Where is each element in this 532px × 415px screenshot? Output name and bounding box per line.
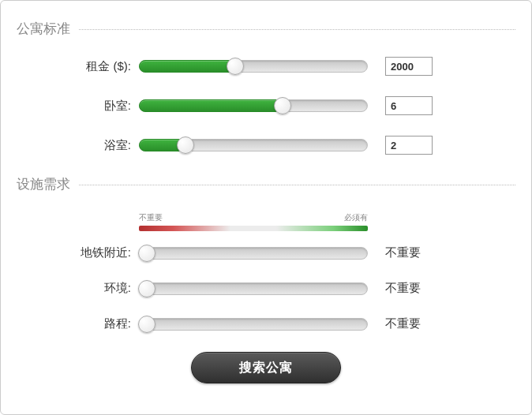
bedrooms-row: 卧室: 6	[17, 96, 515, 115]
env-label: 环境:	[17, 281, 139, 296]
subway-label: 地铁附近:	[17, 245, 139, 260]
rent-label: 租金 ($):	[17, 59, 139, 74]
rent-slider[interactable]	[139, 60, 368, 73]
baths-label: 浴室:	[17, 138, 139, 153]
commute-value: 不重要	[385, 316, 448, 331]
subway-value: 不重要	[385, 245, 448, 260]
subway-row: 地铁附近: 不重要	[17, 245, 515, 260]
bedrooms-input[interactable]: 6	[385, 96, 433, 115]
amenities-title: 设施需求	[17, 175, 78, 193]
baths-row: 浴室: 2	[17, 136, 515, 155]
search-button[interactable]: 搜索公寓	[191, 352, 341, 383]
baths-slider-thumb[interactable]	[177, 136, 194, 154]
baths-slider[interactable]	[139, 139, 368, 151]
baths-input[interactable]: 2	[385, 136, 433, 155]
scale-left-label: 不重要	[139, 212, 163, 223]
divider-line	[17, 29, 515, 30]
button-row: 搜索公寓	[17, 352, 515, 383]
amenities-section: 设施需求 不重要 必须有 地铁附近: 不重要 环境: 不重	[17, 175, 515, 331]
amenities-heading: 设施需求	[17, 175, 515, 193]
bedrooms-slider[interactable]	[139, 99, 368, 112]
standards-section: 公寓标准 租金 ($): 2000 卧室: 6 浴室: 2	[17, 20, 515, 155]
rent-slider-fill	[139, 60, 234, 73]
env-value: 不重要	[385, 281, 448, 296]
divider-line	[17, 185, 515, 185]
scale-gradient	[139, 226, 368, 231]
commute-row: 路程: 不重要	[17, 316, 515, 331]
commute-label: 路程:	[17, 316, 139, 331]
importance-scale: 不重要 必须有	[139, 212, 368, 231]
importance-scale-row: 不重要 必须有	[17, 212, 515, 231]
commute-slider-thumb[interactable]	[138, 316, 155, 333]
env-slider[interactable]	[139, 282, 368, 295]
env-row: 环境: 不重要	[17, 281, 515, 296]
search-button-label: 搜索公寓	[239, 360, 293, 376]
commute-slider[interactable]	[139, 318, 368, 331]
rent-row: 租金 ($): 2000	[17, 57, 515, 76]
scale-right-label: 必须有	[344, 212, 368, 223]
subway-slider[interactable]	[139, 247, 368, 260]
bedrooms-slider-thumb[interactable]	[274, 97, 291, 114]
standards-title: 公寓标准	[17, 20, 78, 38]
rent-slider-thumb[interactable]	[227, 58, 244, 75]
rent-input[interactable]: 2000	[385, 57, 433, 76]
subway-slider-thumb[interactable]	[138, 245, 155, 262]
env-slider-thumb[interactable]	[138, 280, 155, 297]
bedrooms-slider-fill	[139, 99, 282, 112]
bedrooms-label: 卧室:	[17, 99, 139, 114]
standards-heading: 公寓标准	[17, 20, 515, 38]
search-panel: 公寓标准 租金 ($): 2000 卧室: 6 浴室: 2	[0, 0, 532, 415]
